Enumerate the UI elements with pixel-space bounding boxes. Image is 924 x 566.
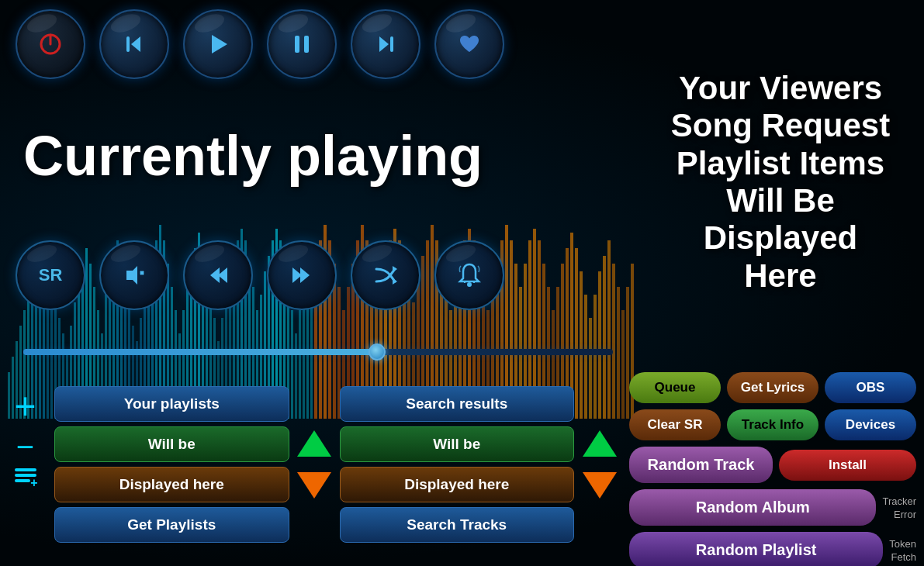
obs-button[interactable]: OBS [825, 372, 916, 403]
clear-sr-button[interactable]: Clear SR [629, 409, 721, 440]
get-playlists-button[interactable]: Get Playlists [54, 507, 289, 543]
shuffle-button[interactable] [351, 240, 420, 310]
svg-marker-155 [379, 36, 389, 52]
search-column: Search results Will be Displayed here Se… [336, 380, 579, 549]
track-info-button[interactable]: Track Info [727, 409, 818, 440]
action-row-3: Random Track Install [629, 447, 916, 483]
bottom-section: + − + Your playlists Will be Displayed h… [0, 380, 621, 549]
viewers-request-panel: Your ViewersSong RequestPlaylist ItemsWi… [637, 0, 924, 364]
your-playlists-button[interactable]: Your playlists [54, 386, 289, 422]
svg-marker-164 [393, 266, 397, 272]
add-icon[interactable]: + [14, 388, 36, 425]
search-tracks-button[interactable]: Search Tracks [340, 507, 575, 543]
top-controls-row [16, 9, 504, 79]
queue-button[interactable]: Queue [629, 372, 721, 403]
search-results-button[interactable]: Search results [340, 386, 575, 422]
sr-label: SR [39, 265, 63, 285]
playlist-arrow-up[interactable] [297, 430, 331, 457]
svg-rect-145 [621, 310, 625, 419]
mute-button[interactable] [99, 240, 169, 310]
action-row-4: Random Album Tracker Error [629, 489, 916, 526]
seek-bar-track[interactable] [23, 349, 613, 355]
fastforward-button[interactable] [267, 240, 337, 310]
action-row-1: Queue Get Lyrics OBS [629, 372, 916, 403]
search-arrow-up[interactable] [583, 430, 617, 457]
svg-rect-151 [126, 36, 130, 52]
fetch-label: Fetch [891, 551, 916, 563]
token-fetch-labels: Token Fetch [889, 538, 916, 563]
playlist-displayed-here-button: Displayed here [54, 467, 289, 502]
pause-button[interactable] [267, 9, 337, 79]
devices-button[interactable]: Devices [825, 409, 916, 440]
svg-marker-157 [126, 266, 137, 285]
seek-bar-thumb[interactable] [369, 343, 386, 361]
bell-button[interactable] [434, 240, 504, 310]
svg-rect-156 [390, 36, 393, 52]
svg-marker-165 [393, 278, 397, 285]
install-button[interactable]: Install [779, 450, 916, 481]
token-label: Token [889, 538, 916, 550]
random-track-button[interactable]: Random Track [629, 447, 773, 483]
next-button[interactable] [351, 9, 420, 79]
action-row-2: Clear SR Track Info Devices [629, 409, 916, 440]
error-label: Error [894, 509, 916, 520]
seek-bar-container[interactable] [23, 349, 613, 355]
right-actions-panel: Queue Get Lyrics OBS Clear SR Track Info… [629, 372, 916, 566]
random-album-button[interactable]: Random Album [629, 489, 876, 526]
currently-playing-label: Currently playing [23, 124, 483, 188]
previous-button[interactable] [99, 9, 169, 79]
small-labels-group: Tracker Error [882, 495, 916, 520]
svg-rect-154 [304, 36, 309, 53]
rewind-button[interactable] [183, 240, 253, 310]
seek-bar-fill [23, 349, 377, 355]
random-playlist-button[interactable]: Random Playlist [629, 532, 883, 566]
second-controls-row: SR [16, 240, 504, 310]
search-arrow-down[interactable] [583, 472, 617, 499]
svg-point-166 [467, 282, 472, 287]
search-arrows-column [578, 380, 621, 549]
remove-icon[interactable]: − [16, 431, 34, 462]
search-displayed-here-button: Displayed here [340, 467, 575, 502]
svg-marker-163 [300, 267, 310, 283]
left-icons-column: + − + [0, 380, 50, 549]
svg-rect-153 [295, 36, 299, 53]
get-lyrics-button[interactable]: Get Lyrics [727, 372, 818, 403]
search-will-be-button: Will be [340, 426, 575, 462]
power-button[interactable] [16, 9, 85, 79]
svg-marker-152 [212, 35, 227, 53]
favorite-button[interactable] [434, 9, 504, 79]
viewers-request-text: Your ViewersSong RequestPlaylist ItemsWi… [656, 54, 905, 310]
play-button[interactable] [183, 9, 253, 79]
list-plus-icon[interactable]: + [15, 468, 36, 482]
sr-button[interactable]: SR [16, 240, 85, 310]
svg-marker-150 [131, 36, 140, 52]
playlist-arrow-down[interactable] [297, 472, 331, 499]
playlist-will-be-button: Will be [54, 426, 289, 462]
playlist-arrows-column [293, 380, 336, 549]
tracker-label: Tracker [882, 495, 916, 507]
playlist-column: Your playlists Will be Displayed here Ge… [50, 380, 293, 549]
action-row-5: Random Playlist Token Fetch [629, 532, 916, 566]
